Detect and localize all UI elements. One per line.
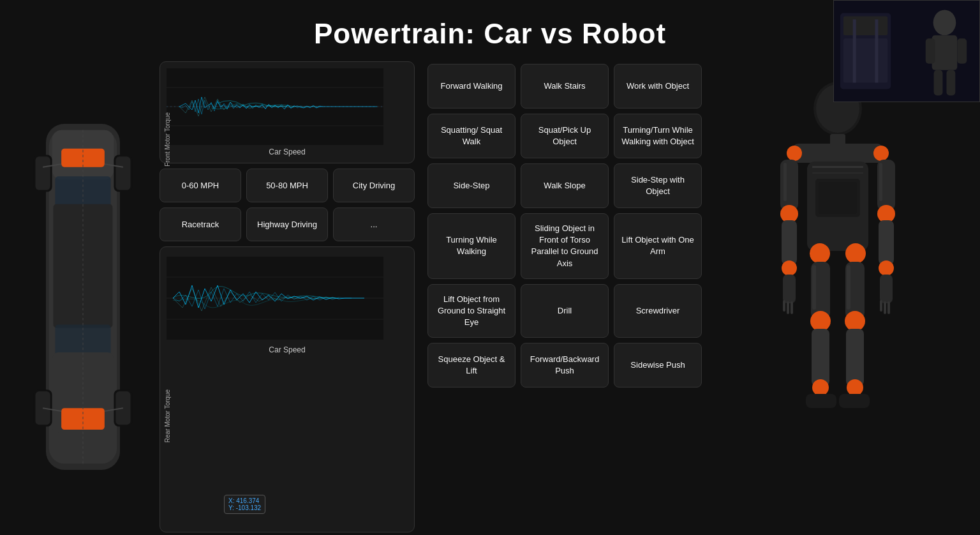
action-turning-with-object[interactable]: Turning/Turn While Walking with Object (614, 114, 702, 158)
svg-rect-9 (946, 70, 955, 96)
robot-figure (774, 80, 902, 514)
action-row-2: Side-Step Walk Slope Side-Step with Obje… (427, 163, 702, 208)
svg-rect-81 (839, 394, 870, 408)
action-forward-backward-push[interactable]: Forward/Backward Push (521, 343, 609, 388)
btn-highway[interactable]: Highway Driving (246, 207, 328, 241)
svg-point-71 (845, 243, 866, 264)
car-section (19, 61, 147, 532)
svg-rect-69 (819, 182, 857, 214)
svg-point-75 (845, 311, 865, 331)
action-side-step-object[interactable]: Side-Step with Object (614, 163, 702, 208)
action-lift-ground[interactable]: Lift Object from Ground to Straight Eye (427, 284, 516, 338)
svg-point-4 (933, 10, 956, 36)
action-row-4: Lift Object from Ground to Straight Eye … (427, 284, 702, 338)
action-squat-pick[interactable]: Squat/Pick Up Object (521, 114, 609, 158)
action-row-1: Squatting/ Squat Walk Squat/Pick Up Obje… (427, 114, 702, 158)
action-walk-stairs[interactable]: Walk Stairs (521, 64, 609, 109)
svg-rect-63 (884, 301, 886, 314)
svg-point-56 (879, 260, 894, 276)
action-sliding-object[interactable]: Sliding Object in Front of Torso Paralle… (521, 213, 609, 279)
svg-point-74 (810, 311, 831, 331)
btn-city-driving[interactable]: City Driving (333, 169, 415, 202)
action-squatting[interactable]: Squatting/ Squat Walk (427, 114, 516, 158)
svg-rect-66 (812, 166, 863, 168)
svg-rect-53 (782, 220, 797, 265)
svg-rect-62 (880, 300, 882, 312)
car-top-view (26, 105, 140, 488)
front-chart-svg (167, 68, 383, 145)
svg-rect-85 (879, 163, 882, 201)
svg-rect-11 (875, 19, 878, 82)
svg-rect-84 (783, 163, 787, 201)
main-content: Front Motor Torque (0, 61, 980, 532)
rear-x-label: Car Speed (167, 345, 408, 354)
rear-y-label: Rear Motor Torque (164, 389, 173, 442)
svg-rect-46 (793, 144, 882, 163)
btn-50-80[interactable]: 50-80 MPH (246, 169, 328, 202)
svg-rect-77 (846, 329, 864, 386)
svg-point-48 (873, 146, 889, 161)
robot-section (715, 61, 961, 532)
svg-rect-64 (887, 301, 890, 314)
svg-point-51 (780, 205, 798, 223)
front-x-label: Car Speed (167, 147, 408, 156)
svg-rect-80 (806, 394, 836, 408)
svg-point-78 (812, 379, 829, 396)
svg-rect-7 (957, 38, 967, 64)
action-side-step[interactable]: Side-Step (427, 163, 516, 208)
video-content-svg (834, 0, 979, 102)
svg-rect-82 (812, 265, 816, 310)
svg-rect-61 (791, 301, 793, 314)
svg-rect-3 (843, 38, 887, 82)
action-squeeze-lift[interactable]: Squeeze Object & Lift (427, 343, 516, 388)
svg-rect-26 (115, 156, 130, 190)
action-lift-one-arm[interactable]: Lift Object with One Arm (614, 213, 702, 279)
svg-rect-27 (35, 391, 50, 425)
action-row-0: Forward Walking Walk Stairs Work with Ob… (427, 64, 702, 109)
svg-rect-59 (783, 300, 785, 312)
svg-rect-76 (812, 329, 829, 386)
svg-rect-25 (35, 156, 50, 190)
svg-rect-83 (847, 265, 850, 310)
action-work-with-object[interactable]: Work with Object (614, 64, 702, 109)
front-motor-chart: Front Motor Torque (160, 61, 415, 163)
svg-rect-49 (780, 160, 798, 211)
svg-rect-57 (783, 275, 796, 303)
action-forward-walking[interactable]: Forward Walking (427, 64, 516, 109)
rear-motor-chart: Rear Motor Torque Car Speed (160, 246, 415, 532)
action-row-5: Squeeze Object & Lift Forward/Backward P… (427, 343, 702, 388)
drive-buttons-row1: 0-60 MPH 50-80 MPH City Driving (160, 169, 415, 202)
drive-buttons-row2: Racetrack Highway Driving ... (160, 207, 415, 241)
svg-point-47 (787, 146, 802, 161)
svg-point-52 (877, 205, 895, 223)
coord-tooltip: X: 416.374Y: -103.132 (224, 495, 265, 514)
action-turning-walking[interactable]: Turning While Walking (427, 213, 516, 279)
svg-rect-10 (853, 19, 856, 82)
video-thumbnail (833, 0, 980, 102)
middle-section: Front Motor Torque (160, 61, 415, 532)
svg-rect-6 (926, 38, 935, 64)
btn-racetrack[interactable]: Racetrack (160, 207, 241, 241)
svg-rect-5 (932, 35, 958, 70)
action-row-3: Turning While Walking Sliding Object in … (427, 213, 702, 279)
robot-actions-section: Forward Walking Walk Stairs Work with Ob… (427, 61, 702, 532)
front-y-label: Front Motor Torque (164, 112, 173, 167)
svg-rect-8 (934, 70, 943, 96)
svg-point-79 (847, 379, 863, 396)
svg-point-55 (782, 260, 797, 276)
svg-rect-67 (812, 172, 863, 174)
svg-point-70 (810, 243, 830, 264)
action-screwdriver[interactable]: Screwdriver (614, 284, 702, 338)
svg-rect-54 (879, 220, 894, 265)
action-sidewise-push[interactable]: Sidewise Push (614, 343, 702, 388)
rear-chart-svg (167, 253, 383, 343)
action-drill[interactable]: Drill (521, 284, 609, 338)
svg-rect-2 (843, 16, 887, 35)
svg-rect-58 (880, 275, 893, 303)
svg-rect-60 (787, 301, 789, 314)
action-walk-slope[interactable]: Walk Slope (521, 163, 609, 208)
btn-more[interactable]: ... (333, 207, 415, 241)
btn-0-60[interactable]: 0-60 MPH (160, 169, 241, 202)
